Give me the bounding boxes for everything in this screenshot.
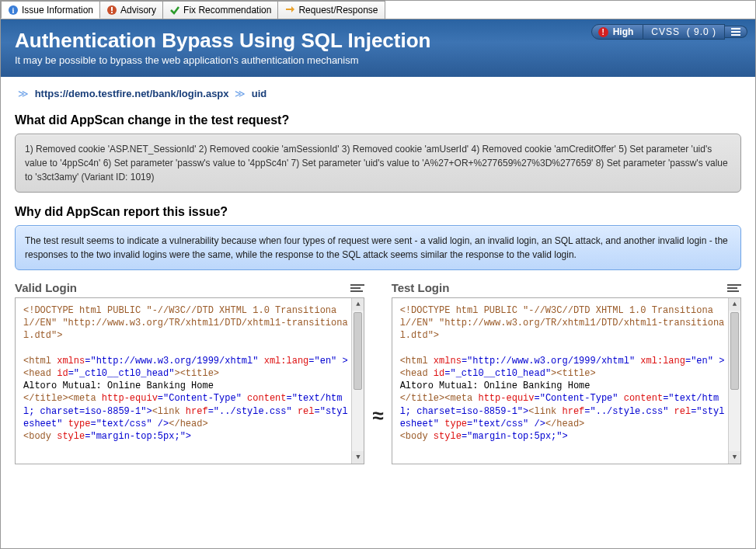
text-lines-icon[interactable]	[350, 284, 364, 292]
svg-rect-4	[111, 12, 113, 13]
tab-label: Request/Response	[298, 5, 378, 16]
valid-login-code: <!DOCTYPE html PUBLIC "-//W3C//DTD XHTML…	[15, 297, 364, 464]
alert-icon: !	[598, 27, 608, 37]
section-changes: What did AppScan change in the test requ…	[1, 107, 755, 199]
cvss-score: ( 9.0 )	[687, 26, 716, 37]
info-icon: i	[8, 5, 19, 16]
chevron-icon: ≫	[235, 88, 246, 99]
scrollbar[interactable]: ▲▼	[728, 298, 740, 464]
test-login-column: Test Login <!DOCTYPE html PUBLIC "-//W3C…	[392, 281, 741, 464]
section-heading: What did AppScan change in the test requ…	[15, 113, 741, 127]
content-area: ! High CVSS ( 9.0 ) Authentication Bypas…	[1, 19, 755, 469]
check-icon	[169, 5, 180, 16]
tab-advisory[interactable]: Advisory	[99, 1, 163, 19]
cvss-label: CVSS	[651, 26, 680, 37]
tab-bar: i Issue Information Advisory Fix Recomme…	[1, 1, 755, 19]
badge-row: ! High CVSS ( 9.0 )	[591, 24, 747, 40]
valid-login-column: Valid Login <!DOCTYPE html PUBLIC "-//W3…	[15, 281, 364, 464]
badge-menu-button[interactable]	[725, 26, 747, 38]
tab-label: Fix Recommendation	[183, 5, 271, 16]
chevron-icon: ≫	[18, 88, 29, 99]
tab-issue-information[interactable]: i Issue Information	[1, 1, 100, 19]
svg-rect-3	[111, 7, 113, 11]
severity-label: High	[613, 26, 634, 37]
advisory-icon	[106, 5, 117, 16]
issue-subtitle: It may be possible to bypass the web app…	[15, 54, 741, 66]
scroll-up-icon[interactable]: ▲	[729, 298, 740, 311]
scroll-up-icon[interactable]: ▲	[352, 298, 364, 311]
severity-badge[interactable]: ! High	[591, 24, 644, 40]
list-icon	[731, 28, 740, 36]
svg-rect-5	[731, 28, 740, 30]
column-title: Valid Login	[15, 281, 77, 294]
tab-fix-recommendation[interactable]: Fix Recommendation	[162, 1, 278, 19]
breadcrumb-url[interactable]: https://demo.testfire.net/bank/login.asp…	[35, 88, 229, 99]
section-heading: Why did AppScan report this issue?	[15, 205, 741, 219]
scroll-thumb[interactable]	[730, 312, 739, 390]
issue-header: ! High CVSS ( 9.0 ) Authentication Bypas…	[1, 19, 755, 77]
scroll-down-icon[interactable]: ▼	[729, 451, 740, 464]
scrollbar[interactable]: ▲▼	[351, 298, 364, 464]
test-login-code: <!DOCTYPE html PUBLIC "-//W3C//DTD XHTML…	[392, 297, 741, 464]
cvss-badge[interactable]: CVSS ( 9.0 )	[643, 24, 725, 40]
tab-label: Issue Information	[22, 5, 93, 16]
scroll-down-icon[interactable]: ▼	[352, 451, 364, 464]
arrows-icon	[284, 5, 295, 16]
breadcrumb: ≫ https://demo.testfire.net/bank/login.a…	[1, 77, 755, 107]
changes-box: 1) Removed cookie 'ASP.NET_SessionId' 2)…	[15, 134, 741, 193]
reason-box: The test result seems to indicate a vuln…	[15, 225, 741, 270]
svg-rect-7	[731, 34, 740, 36]
svg-rect-6	[731, 31, 740, 33]
scroll-thumb[interactable]	[354, 312, 362, 390]
section-reason: Why did AppScan report this issue? The t…	[1, 199, 755, 276]
breadcrumb-param[interactable]: uid	[252, 88, 267, 99]
tab-request-response[interactable]: Request/Response	[277, 1, 385, 19]
column-title: Test Login	[392, 281, 450, 294]
approx-equal-icon: ≈	[371, 404, 385, 428]
compare-row: Valid Login <!DOCTYPE html PUBLIC "-//W3…	[1, 276, 755, 469]
tab-label: Advisory	[120, 5, 156, 16]
svg-text:i: i	[12, 6, 15, 15]
text-lines-icon[interactable]	[727, 284, 741, 292]
